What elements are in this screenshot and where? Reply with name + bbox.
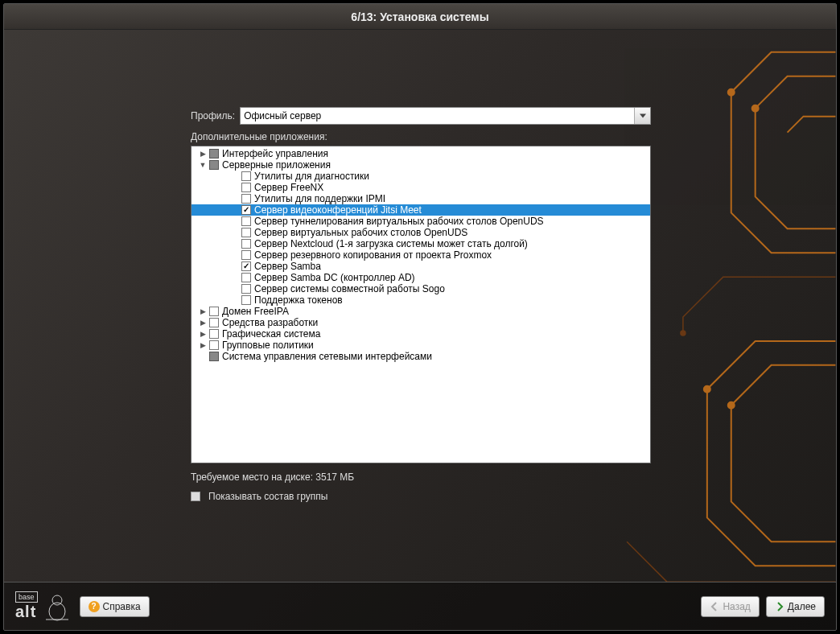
dropdown-arrow-icon[interactable] — [634, 108, 650, 124]
expander-none — [227, 239, 237, 249]
svg-point-1 — [752, 105, 759, 112]
expander-none — [227, 261, 237, 271]
tree-item[interactable]: Утилиты для диагностики — [191, 171, 650, 182]
tree-checkbox[interactable] — [241, 205, 251, 215]
expander-closed-icon[interactable]: ▶ — [198, 340, 208, 350]
svg-point-3 — [728, 402, 735, 409]
svg-point-6 — [52, 595, 62, 605]
installer-window: 6/13: Установка системы Профиль: Офисный… — [3, 3, 837, 631]
tree-item[interactable]: Сервер Samba DC (контроллер AD) — [191, 272, 650, 283]
tree-item-label: Сервер Samba — [254, 261, 321, 272]
help-button[interactable]: ? Справка — [80, 596, 150, 617]
tree-item-label: Сервер виртуальных рабочих столов OpenUD… — [254, 227, 467, 238]
tree-checkbox[interactable] — [241, 194, 251, 204]
tree-item-label: Домен FreeIPA — [222, 306, 289, 317]
tree-item-label: Сервер туннелирования виртуальных рабочи… — [254, 216, 544, 227]
expander-none — [227, 273, 237, 282]
expander-none — [227, 228, 237, 237]
title-bar: 6/13: Установка системы — [4, 4, 836, 30]
back-button[interactable]: Назад — [701, 596, 759, 617]
tree-checkbox[interactable] — [209, 318, 219, 327]
tree-item[interactable]: ▶Домен FreeIPA — [191, 306, 650, 317]
profile-dropdown[interactable]: Офисный сервер — [240, 107, 651, 125]
tree-item[interactable]: Поддержка токенов — [191, 294, 650, 306]
tree-item[interactable]: Сервер туннелирования виртуальных рабочи… — [191, 216, 650, 227]
tree-checkbox[interactable] — [209, 160, 219, 170]
svg-point-4 — [681, 331, 686, 336]
expander-none — [227, 205, 237, 215]
tree-item-label: Сервер системы совместной работы Sogo — [254, 283, 445, 294]
tree-item-label: Интерфейс управления — [222, 148, 328, 159]
apps-label: Дополнительные приложения: — [191, 131, 651, 142]
tree-item[interactable]: Сервер Nextcloud (1-я загрузка системы м… — [191, 238, 650, 249]
expander-none — [227, 216, 237, 226]
tree-checkbox[interactable] — [241, 216, 251, 226]
tree-checkbox[interactable] — [241, 273, 251, 282]
expander-none — [227, 183, 237, 192]
expander-closed-icon[interactable]: ▶ — [198, 329, 208, 339]
tree-item[interactable]: Сервер системы совместной работы Sogo — [191, 283, 650, 294]
apps-tree[interactable]: ▶Интерфейс управления▼Серверные приложен… — [191, 146, 651, 463]
show-group-checkbox[interactable] — [191, 492, 200, 501]
expander-none — [198, 352, 208, 361]
tree-checkbox[interactable] — [209, 149, 219, 158]
tree-checkbox[interactable] — [209, 307, 219, 316]
tree-checkbox[interactable] — [241, 183, 251, 192]
page-title: 6/13: Установка системы — [351, 10, 488, 23]
tree-item[interactable]: ▶Средства разработки — [191, 317, 650, 328]
profile-value: Офисный сервер — [244, 110, 321, 121]
tree-item[interactable]: ▶Графическая система — [191, 328, 650, 340]
tree-item-label: Сервер FreeNX — [254, 182, 323, 193]
tree-item-label: Система управления сетевыми интерфейсами — [222, 351, 432, 362]
tree-checkbox[interactable] — [209, 340, 219, 350]
tree-item-label: Сервер видеоконференций Jitsi Meet — [254, 204, 422, 216]
show-group-label: Показывать состав группы — [208, 491, 327, 502]
expander-none — [227, 295, 237, 305]
tree-item-label: Утилиты для диагностики — [254, 171, 369, 182]
expander-none — [227, 194, 237, 204]
tree-item[interactable]: Сервер резервного копирования от проекта… — [191, 249, 650, 261]
tree-checkbox[interactable] — [241, 171, 251, 181]
tree-item[interactable]: Сервер виртуальных рабочих столов OpenUD… — [191, 227, 650, 238]
tree-item-label: Поддержка токенов — [254, 294, 343, 306]
tree-item[interactable]: Сервер FreeNX — [191, 182, 650, 193]
expander-closed-icon[interactable]: ▶ — [198, 318, 208, 327]
disk-required-label: Требуемое место на диске: 3517 МБ — [191, 471, 651, 483]
expander-closed-icon[interactable]: ▶ — [198, 149, 208, 158]
tree-checkbox[interactable] — [209, 352, 219, 361]
tree-item-label: Серверные приложения — [222, 159, 331, 171]
expander-none — [227, 250, 237, 260]
tree-checkbox[interactable] — [241, 250, 251, 260]
tree-item[interactable]: ▶Групповые политики — [191, 340, 650, 351]
footer-bar: base alt ? Справка Назад Далее — [4, 582, 836, 630]
help-icon: ? — [89, 601, 100, 612]
tree-item[interactable]: Утилиты для поддержки IPMI — [191, 193, 650, 204]
tree-item-label: Сервер резервного копирования от проекта… — [254, 249, 492, 261]
tree-item-label: Сервер Nextcloud (1-я загрузка системы м… — [254, 238, 528, 249]
tree-item-label: Групповые политики — [222, 340, 314, 351]
tree-checkbox[interactable] — [241, 295, 251, 305]
tree-item[interactable]: ▼Серверные приложения — [191, 159, 650, 171]
tree-item[interactable]: ▶Интерфейс управления — [191, 148, 650, 159]
tree-item[interactable]: Сервер Samba — [191, 261, 650, 272]
next-button[interactable]: Далее — [766, 596, 825, 617]
arrow-left-icon — [710, 602, 719, 611]
tree-item-label: Сервер Samba DC (контроллер AD) — [254, 272, 415, 283]
profile-label: Профиль: — [191, 110, 235, 121]
tree-checkbox[interactable] — [209, 329, 219, 339]
tree-checkbox[interactable] — [241, 261, 251, 271]
tree-checkbox[interactable] — [241, 284, 251, 294]
expander-open-icon[interactable]: ▼ — [198, 160, 208, 170]
arrow-right-icon — [775, 602, 784, 611]
tree-checkbox[interactable] — [241, 228, 251, 237]
show-group-row: Показывать состав группы — [191, 491, 651, 502]
tree-checkbox[interactable] — [241, 239, 251, 249]
tree-item[interactable]: Система управления сетевыми интерфейсами — [191, 351, 650, 362]
expander-none — [227, 171, 237, 181]
tree-item-label: Утилиты для поддержки IPMI — [254, 193, 385, 204]
expander-closed-icon[interactable]: ▶ — [198, 307, 208, 316]
tree-item-label: Графическая система — [222, 328, 320, 340]
svg-point-2 — [704, 386, 710, 393]
tree-item[interactable]: Сервер видеоконференций Jitsi Meet — [191, 204, 650, 216]
penguin-icon — [41, 594, 73, 621]
